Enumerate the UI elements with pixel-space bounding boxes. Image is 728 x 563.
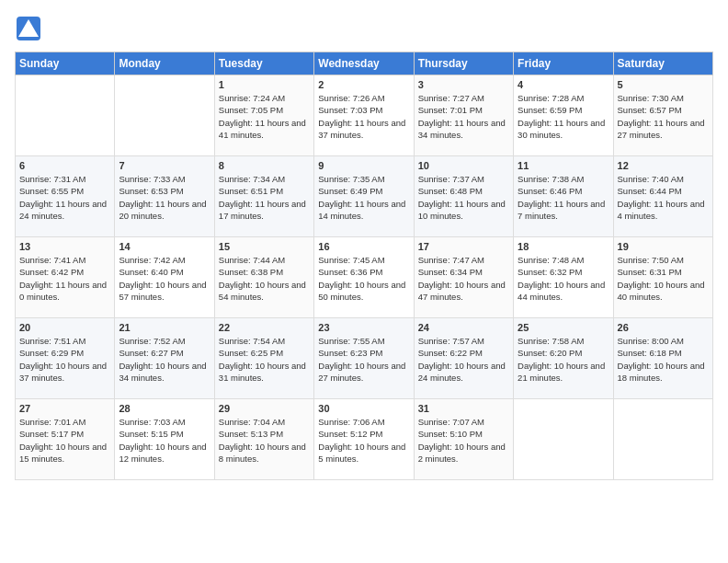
calendar-cell: 24Sunrise: 7:57 AM Sunset: 6:22 PM Dayli… bbox=[414, 318, 513, 399]
calendar-cell: 7Sunrise: 7:33 AM Sunset: 6:53 PM Daylig… bbox=[115, 156, 214, 237]
calendar-cell: 23Sunrise: 7:55 AM Sunset: 6:23 PM Dayli… bbox=[314, 318, 414, 399]
calendar-cell bbox=[613, 399, 712, 480]
day-info: Sunrise: 7:41 AM Sunset: 6:42 PM Dayligh… bbox=[19, 254, 110, 303]
day-info: Sunrise: 7:37 AM Sunset: 6:48 PM Dayligh… bbox=[418, 173, 509, 222]
day-number: 22 bbox=[219, 322, 310, 333]
day-info: Sunrise: 7:35 AM Sunset: 6:49 PM Dayligh… bbox=[318, 173, 409, 222]
day-info: Sunrise: 8:00 AM Sunset: 6:18 PM Dayligh… bbox=[618, 335, 709, 384]
day-info: Sunrise: 7:55 AM Sunset: 6:23 PM Dayligh… bbox=[318, 335, 409, 384]
day-info: Sunrise: 7:57 AM Sunset: 6:22 PM Dayligh… bbox=[418, 335, 509, 384]
weekday-header: Wednesday bbox=[314, 52, 414, 75]
calendar-cell: 11Sunrise: 7:38 AM Sunset: 6:46 PM Dayli… bbox=[514, 156, 613, 237]
calendar-week-row: 13Sunrise: 7:41 AM Sunset: 6:42 PM Dayli… bbox=[16, 237, 713, 318]
weekday-header: Monday bbox=[115, 52, 214, 75]
calendar-cell: 8Sunrise: 7:34 AM Sunset: 6:51 PM Daylig… bbox=[214, 156, 313, 237]
day-number: 6 bbox=[19, 160, 110, 171]
calendar-cell: 28Sunrise: 7:03 AM Sunset: 5:15 PM Dayli… bbox=[115, 399, 214, 480]
logo-icon bbox=[15, 15, 42, 42]
calendar-cell: 19Sunrise: 7:50 AM Sunset: 6:31 PM Dayli… bbox=[613, 237, 712, 318]
day-number: 23 bbox=[318, 322, 409, 333]
calendar-week-row: 6Sunrise: 7:31 AM Sunset: 6:55 PM Daylig… bbox=[16, 156, 713, 237]
calendar-cell: 3Sunrise: 7:27 AM Sunset: 7:01 PM Daylig… bbox=[414, 75, 513, 156]
weekday-header: Thursday bbox=[414, 52, 513, 75]
day-info: Sunrise: 7:40 AM Sunset: 6:44 PM Dayligh… bbox=[618, 173, 709, 222]
day-number: 18 bbox=[518, 241, 609, 252]
day-info: Sunrise: 7:06 AM Sunset: 5:12 PM Dayligh… bbox=[318, 416, 409, 465]
day-info: Sunrise: 7:51 AM Sunset: 6:29 PM Dayligh… bbox=[19, 335, 110, 384]
day-number: 17 bbox=[418, 241, 509, 252]
day-info: Sunrise: 7:24 AM Sunset: 7:05 PM Dayligh… bbox=[219, 92, 310, 141]
day-info: Sunrise: 7:48 AM Sunset: 6:32 PM Dayligh… bbox=[518, 254, 609, 303]
day-number: 29 bbox=[219, 403, 310, 414]
day-number: 28 bbox=[119, 403, 210, 414]
day-info: Sunrise: 7:28 AM Sunset: 6:59 PM Dayligh… bbox=[518, 92, 609, 141]
day-info: Sunrise: 7:01 AM Sunset: 5:17 PM Dayligh… bbox=[19, 416, 110, 465]
day-info: Sunrise: 7:30 AM Sunset: 6:57 PM Dayligh… bbox=[618, 92, 709, 141]
day-info: Sunrise: 7:33 AM Sunset: 6:53 PM Dayligh… bbox=[119, 173, 210, 222]
day-number: 27 bbox=[19, 403, 110, 414]
calendar-cell: 4Sunrise: 7:28 AM Sunset: 6:59 PM Daylig… bbox=[514, 75, 613, 156]
weekday-header: Saturday bbox=[613, 52, 712, 75]
calendar-cell bbox=[16, 75, 115, 156]
day-number: 31 bbox=[418, 403, 509, 414]
day-number: 25 bbox=[518, 322, 609, 333]
day-info: Sunrise: 7:07 AM Sunset: 5:10 PM Dayligh… bbox=[418, 416, 509, 465]
calendar-table: SundayMondayTuesdayWednesdayThursdayFrid… bbox=[15, 52, 713, 480]
day-number: 21 bbox=[119, 322, 210, 333]
weekday-header: Tuesday bbox=[214, 52, 313, 75]
logo bbox=[15, 15, 46, 42]
day-info: Sunrise: 7:44 AM Sunset: 6:38 PM Dayligh… bbox=[219, 254, 310, 303]
day-info: Sunrise: 7:50 AM Sunset: 6:31 PM Dayligh… bbox=[618, 254, 709, 303]
calendar-cell: 15Sunrise: 7:44 AM Sunset: 6:38 PM Dayli… bbox=[214, 237, 313, 318]
day-number: 24 bbox=[418, 322, 509, 333]
weekday-header-row: SundayMondayTuesdayWednesdayThursdayFrid… bbox=[16, 52, 713, 75]
calendar-week-row: 20Sunrise: 7:51 AM Sunset: 6:29 PM Dayli… bbox=[16, 318, 713, 399]
day-number: 14 bbox=[119, 241, 210, 252]
day-info: Sunrise: 7:58 AM Sunset: 6:20 PM Dayligh… bbox=[518, 335, 609, 384]
calendar-cell: 21Sunrise: 7:52 AM Sunset: 6:27 PM Dayli… bbox=[115, 318, 214, 399]
weekday-header: Sunday bbox=[16, 52, 115, 75]
calendar-cell bbox=[115, 75, 214, 156]
calendar-cell: 18Sunrise: 7:48 AM Sunset: 6:32 PM Dayli… bbox=[514, 237, 613, 318]
day-number: 3 bbox=[418, 79, 509, 90]
day-info: Sunrise: 7:34 AM Sunset: 6:51 PM Dayligh… bbox=[219, 173, 310, 222]
calendar-cell: 17Sunrise: 7:47 AM Sunset: 6:34 PM Dayli… bbox=[414, 237, 513, 318]
day-number: 13 bbox=[19, 241, 110, 252]
day-info: Sunrise: 7:26 AM Sunset: 7:03 PM Dayligh… bbox=[318, 92, 409, 141]
day-info: Sunrise: 7:31 AM Sunset: 6:55 PM Dayligh… bbox=[19, 173, 110, 222]
calendar-cell: 12Sunrise: 7:40 AM Sunset: 6:44 PM Dayli… bbox=[613, 156, 712, 237]
day-number: 2 bbox=[318, 79, 409, 90]
day-info: Sunrise: 7:52 AM Sunset: 6:27 PM Dayligh… bbox=[119, 335, 210, 384]
day-number: 19 bbox=[618, 241, 709, 252]
calendar-cell: 27Sunrise: 7:01 AM Sunset: 5:17 PM Dayli… bbox=[16, 399, 115, 480]
calendar-cell: 14Sunrise: 7:42 AM Sunset: 6:40 PM Dayli… bbox=[115, 237, 214, 318]
calendar-week-row: 27Sunrise: 7:01 AM Sunset: 5:17 PM Dayli… bbox=[16, 399, 713, 480]
day-number: 9 bbox=[318, 160, 409, 171]
calendar-cell: 5Sunrise: 7:30 AM Sunset: 6:57 PM Daylig… bbox=[613, 75, 712, 156]
day-number: 7 bbox=[119, 160, 210, 171]
calendar-cell: 6Sunrise: 7:31 AM Sunset: 6:55 PM Daylig… bbox=[16, 156, 115, 237]
day-number: 12 bbox=[618, 160, 709, 171]
day-info: Sunrise: 7:27 AM Sunset: 7:01 PM Dayligh… bbox=[418, 92, 509, 141]
calendar-cell: 2Sunrise: 7:26 AM Sunset: 7:03 PM Daylig… bbox=[314, 75, 414, 156]
calendar-cell: 9Sunrise: 7:35 AM Sunset: 6:49 PM Daylig… bbox=[314, 156, 414, 237]
calendar-cell bbox=[514, 399, 613, 480]
calendar-cell: 26Sunrise: 8:00 AM Sunset: 6:18 PM Dayli… bbox=[613, 318, 712, 399]
day-number: 15 bbox=[219, 241, 310, 252]
day-number: 16 bbox=[318, 241, 409, 252]
day-number: 4 bbox=[518, 79, 609, 90]
calendar-cell: 30Sunrise: 7:06 AM Sunset: 5:12 PM Dayli… bbox=[314, 399, 414, 480]
day-info: Sunrise: 7:38 AM Sunset: 6:46 PM Dayligh… bbox=[518, 173, 609, 222]
weekday-header: Friday bbox=[514, 52, 613, 75]
day-info: Sunrise: 7:42 AM Sunset: 6:40 PM Dayligh… bbox=[119, 254, 210, 303]
calendar-cell: 16Sunrise: 7:45 AM Sunset: 6:36 PM Dayli… bbox=[314, 237, 414, 318]
day-number: 1 bbox=[219, 79, 310, 90]
calendar-cell: 31Sunrise: 7:07 AM Sunset: 5:10 PM Dayli… bbox=[414, 399, 513, 480]
calendar-cell: 13Sunrise: 7:41 AM Sunset: 6:42 PM Dayli… bbox=[16, 237, 115, 318]
day-info: Sunrise: 7:47 AM Sunset: 6:34 PM Dayligh… bbox=[418, 254, 509, 303]
day-number: 30 bbox=[318, 403, 409, 414]
calendar-cell: 25Sunrise: 7:58 AM Sunset: 6:20 PM Dayli… bbox=[514, 318, 613, 399]
calendar-cell: 10Sunrise: 7:37 AM Sunset: 6:48 PM Dayli… bbox=[414, 156, 513, 237]
calendar-cell: 22Sunrise: 7:54 AM Sunset: 6:25 PM Dayli… bbox=[214, 318, 313, 399]
day-info: Sunrise: 7:45 AM Sunset: 6:36 PM Dayligh… bbox=[318, 254, 409, 303]
